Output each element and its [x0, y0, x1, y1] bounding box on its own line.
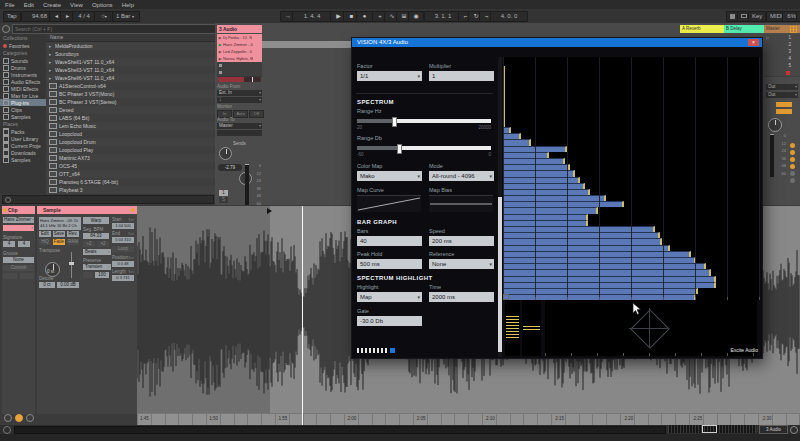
audio-to-channel[interactable] [217, 130, 262, 136]
range-db-slider[interactable] [357, 146, 491, 150]
scene-fire-circle[interactable] [790, 150, 795, 155]
commit-button[interactable]: Commit [3, 265, 34, 271]
menu-create[interactable]: Create [43, 2, 61, 8]
sends-mode-chip[interactable] [776, 109, 792, 114]
sends-mode-chip[interactable] [776, 102, 792, 107]
file-row-martinic-ax73[interactable]: Martinic AX73 [46, 154, 215, 162]
file-row-loopcloud-play[interactable]: Loopcloud Play [46, 146, 215, 154]
highlight-dropdown[interactable]: Map▾ [357, 292, 422, 302]
sidebar-item-sounds[interactable]: Sounds [0, 57, 46, 64]
edit-button[interactable]: Edit [39, 231, 51, 237]
range-db-slider-handle[interactable] [397, 144, 402, 154]
gain-slider-handle[interactable] [69, 262, 74, 265]
reverse-button[interactable]: Rev. [67, 231, 79, 237]
position-set-button[interactable]: Set [128, 255, 134, 260]
file-row-loopcloud-drum[interactable]: Loopcloud Drum [46, 138, 215, 146]
hiq-button[interactable]: HiQ [39, 239, 51, 245]
crossfade-circle[interactable] [790, 178, 795, 183]
loop-toggle-button[interactable]: Loop [112, 246, 134, 252]
master-out-chooser[interactable]: Out▾ [766, 84, 798, 90]
menu-help[interactable]: Help [122, 2, 134, 8]
file-row-waveshell3-vst-11-0-x64[interactable]: ▸WaveShell3-VST 11.0_x64 [46, 66, 215, 74]
color-map-dropdown[interactable]: Mako▾ [357, 171, 422, 181]
search-input[interactable] [12, 24, 216, 34]
audio-from-chooser[interactable]: Ext. In▾ [217, 90, 262, 96]
file-row-soundtoys[interactable]: ▸Soundtoys [46, 50, 215, 58]
seg-bpm-field[interactable]: 84.33 [83, 233, 109, 239]
plugin-title-bar[interactable]: VISION 4X/3 Audio [352, 38, 762, 47]
scene-fire-circle[interactable] [790, 143, 795, 148]
grid-view-icon[interactable] [790, 26, 797, 33]
sidebar-item-drums[interactable]: Drums [0, 64, 46, 71]
sidebar-item-samples[interactable]: Samples [0, 156, 46, 163]
granularity-field[interactable]: 100 [95, 272, 109, 278]
file-row-pianoteq-6-stage-64-bit[interactable]: Pianoteq 6 STAGE (64-bit) [46, 178, 215, 186]
start-set-button[interactable]: Set [128, 217, 134, 222]
close-button[interactable]: × [748, 39, 759, 46]
sidebar-item-packs[interactable]: Packs [0, 128, 46, 135]
file-row-waveshell1-vst-11-0-x64[interactable]: ▸WaveShell1-VST 11.0_x64 [46, 58, 215, 66]
transient-loop-mode[interactable] [83, 272, 93, 278]
arrangement-record-button[interactable]: ● [356, 11, 373, 22]
clip-box-header[interactable]: Clip [2, 206, 35, 214]
preview-bar[interactable] [2, 195, 214, 204]
audio-to-chooser[interactable]: Master▾ [217, 123, 262, 129]
tempo-field[interactable]: 94.68 [21, 11, 51, 22]
gain-field[interactable]: 0.00 dB [57, 282, 79, 288]
position-field[interactable]: 0 0 48 [112, 261, 134, 267]
clip-out-button[interactable] [20, 273, 34, 279]
file-row-a1stereocontrol-x64[interactable]: A1StereoControl-x64 [46, 82, 215, 90]
start-marker-icon[interactable] [267, 208, 272, 214]
sample-box-header[interactable]: Sample [37, 206, 137, 214]
transpose-value[interactable]: 0 st [47, 269, 54, 274]
length-set-button[interactable]: Set [128, 269, 134, 274]
file-row-waveshell6-vst-11-0-x64[interactable]: ▸WaveShell6-VST 11.0_x64 [46, 74, 215, 82]
file-row-ott-x64[interactable]: OTT_x64 [46, 170, 215, 178]
time-ruler[interactable]: 1:451:501:552:002:052:102:152:202:252:30 [137, 413, 800, 425]
sidebar-item-current-proje[interactable]: Current Proje [0, 142, 46, 149]
arrangement-position-field[interactable]: 1. 4. 4 [292, 11, 332, 22]
file-row-bc-phaser-3-vst-stereo[interactable]: BC Phaser 3 VST(Stereo) [46, 98, 215, 106]
gate-field[interactable]: -30.0 Db [357, 316, 422, 326]
signature-numerator[interactable]: 4 [3, 241, 15, 247]
sidebar-item-downloads[interactable]: Downloads [0, 149, 46, 156]
disk-overload-indicator[interactable]: D [796, 11, 800, 22]
file-row-loopcloud[interactable]: Loopcloud [46, 130, 215, 138]
gain-slider[interactable] [71, 252, 72, 278]
end-field[interactable]: 5 04 310 [112, 237, 134, 243]
time-field[interactable]: 2000 ms [429, 292, 494, 302]
file-row-lem-echo-music[interactable]: Lem Echo Music [46, 122, 215, 130]
info-icon[interactable] [3, 426, 11, 434]
menu-edit[interactable]: Edit [24, 2, 34, 8]
clip-slot-noisia-hybris-m[interactable]: ▶Noisia, Hybris, M [217, 55, 262, 62]
ram-button[interactable]: RAM [67, 239, 79, 245]
monitor-off-button[interactable]: Off [249, 110, 264, 118]
end-set-button[interactable]: Set [128, 231, 134, 236]
range-hz-slider-handle[interactable] [392, 117, 397, 127]
detune-field[interactable]: 0 ct [39, 282, 55, 288]
factor-dropdown[interactable]: 1/1▾ [357, 71, 422, 81]
plugin-scrollbar[interactable] [498, 57, 502, 357]
return-track-b-header[interactable]: B Delay [724, 25, 765, 33]
clip-slot-hans-zimmer-0[interactable]: ▶Hans Zimmer - 0 [217, 41, 262, 48]
sidebar-item-audio-effects[interactable]: Audio Effects [0, 78, 46, 85]
menu-options[interactable]: Options [92, 2, 113, 8]
warp-mode-chooser[interactable]: Beats▾ [83, 249, 111, 255]
return-track-a-header[interactable]: A Reverb [680, 25, 725, 33]
plugin-scrollbar-thumb[interactable] [498, 197, 502, 352]
map-bias-graph[interactable] [429, 195, 493, 212]
key-map-button[interactable]: Key [748, 11, 766, 22]
track-activator-button[interactable]: 1 [219, 190, 228, 196]
clip-color-chooser[interactable]: ▾ [3, 225, 34, 231]
solo-button[interactable]: S [219, 197, 228, 203]
double-tempo-button[interactable]: ×2 [97, 241, 109, 247]
scene-fire-circle[interactable] [790, 164, 795, 169]
file-row-labs-64-bit[interactable]: LABS (64 Bit) [46, 114, 215, 122]
cue-volume-knob[interactable] [768, 118, 782, 132]
sidebar-item-plug-ins[interactable]: Plug-ins [0, 99, 46, 106]
clip-slot-led-zeppelin-0[interactable]: ▶Led Zeppelin - 0 [217, 48, 262, 55]
sidebar-item-samples[interactable]: Samples [0, 113, 46, 120]
cue-out-chooser[interactable]: Out▾ [766, 92, 798, 98]
speed-field[interactable]: 200 ms [429, 236, 494, 246]
reference-dropdown[interactable]: None▾ [429, 259, 494, 269]
